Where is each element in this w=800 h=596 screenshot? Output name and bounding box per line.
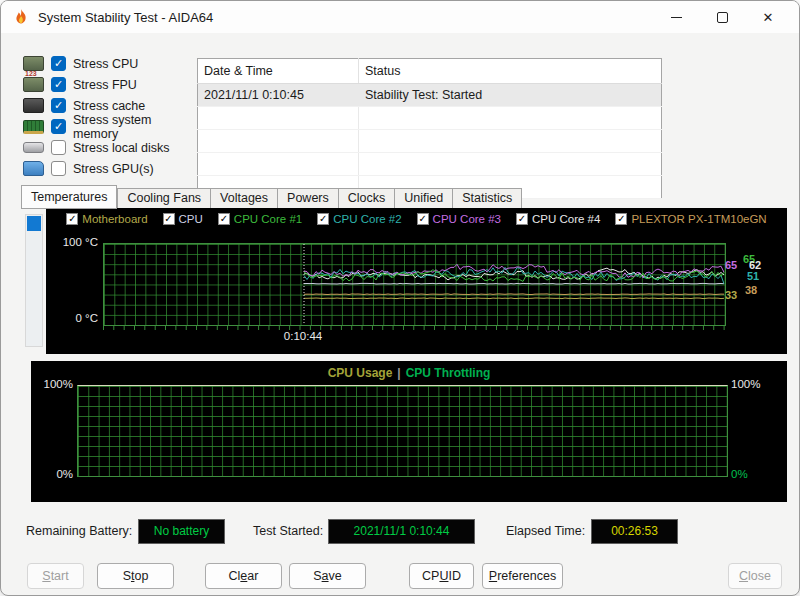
legend-item-cpu-core-1: ✓CPU Core #1 [218,213,302,225]
event-log-body: 2021/11/1 0:10:45Stability Test: Started [198,84,662,199]
value-label-65: 65 [725,260,737,271]
cell-empty [359,130,662,153]
usage-axis-min-label-left: 0% [31,468,73,480]
test-started-value: 2021/11/1 0:10:44 [328,519,475,544]
legend-checkbox-cpu[interactable]: ✓ [163,213,175,225]
tab-powers[interactable]: Powers [277,188,338,209]
temp-axis-ticks [103,326,726,330]
legend-label: CPU Core #2 [333,213,401,225]
trace-cpu-core-2 [304,267,724,283]
stress-option-label: Stress system memory [73,113,195,141]
checkbox-stress-system-memory[interactable]: ✓ [51,119,66,134]
stop-button[interactable]: Stop [97,563,174,589]
memory-icon [23,120,44,134]
event-log-table: Date & Time Status 2021/11/1 0:10:45Stab… [197,58,662,199]
legend-label: Motherboard [82,213,147,225]
preferences-button[interactable]: Preferences [482,563,563,589]
stress-option-label: Stress FPU [73,78,137,92]
legend-item-cpu-core-2: ✓CPU Core #2 [317,213,401,225]
chart-vertical-scrollbar[interactable] [25,214,43,347]
cpu-usage-chart-panel: CPU Usage|CPU Throttling 100% 0% 100% 0% [31,361,787,502]
temperature-chart-legend: ✓Motherboard✓CPU✓CPU Core #1✓CPU Core #2… [46,213,787,225]
stress-option-stress-cpu[interactable]: ✓Stress CPU [23,53,195,74]
usage-axis-max-label-right: 100% [731,378,773,390]
cell-empty [359,153,662,176]
stress-option-label: Stress local disks [73,141,170,155]
tab-unified[interactable]: Unified [394,188,452,209]
scrollbar-thumb[interactable] [27,216,41,231]
elapsed-time-label: Elapsed Time: [506,518,585,545]
column-header-status[interactable]: Status [359,59,662,84]
trace-plextor-px-1tm10egn [304,294,724,295]
cell-empty [198,153,359,176]
titlebar: System Stability Test - AIDA64 ✕ [1,1,799,33]
tab-clocks[interactable]: Clocks [338,188,395,209]
legend-item-motherboard: ✓Motherboard [66,213,147,225]
cell-datetime: 2021/11/1 0:10:45 [198,84,359,107]
legend-item-cpu: ✓CPU [163,213,203,225]
table-row-empty [198,153,662,176]
stress-options-list: ✓Stress CPU✓Stress FPU✓Stress cache✓Stre… [23,53,195,179]
tab-cooling-fans[interactable]: Cooling Fans [117,188,210,209]
legend-checkbox-motherboard[interactable]: ✓ [66,213,78,225]
cell-empty [359,107,662,130]
stress-option-label: Stress cache [73,99,145,113]
start-button[interactable]: Start [27,563,84,589]
trace-cpu [304,283,724,284]
column-header-date-time[interactable]: Date & Time [198,59,359,84]
cpu-usage-title: CPU Usage [328,366,393,380]
minimize-icon [671,17,682,18]
checkbox-stress-fpu[interactable]: ✓ [51,77,66,92]
legend-checkbox-cpu-core-3[interactable]: ✓ [417,213,429,225]
stress-option-stress-gpu-s[interactable]: Stress GPU(s) [23,158,195,179]
remaining-battery-value: No battery [138,519,225,544]
stress-option-stress-fpu[interactable]: ✓Stress FPU [23,74,195,95]
legend-checkbox-cpu-core-1[interactable]: ✓ [218,213,230,225]
button-row: StartStopClearSaveCPUIDPreferencesClose [1,563,799,591]
legend-label: CPU Core #4 [532,213,600,225]
close-button[interactable]: Close [728,563,782,589]
fpu-icon [23,77,44,92]
legend-label: CPU [179,213,203,225]
temp-axis-max-label: 100 °C [56,236,98,248]
usage-axis-min-label-right: 0% [731,468,773,480]
legend-checkbox-cpu-core-2[interactable]: ✓ [317,213,329,225]
checkbox-stress-local-disks[interactable] [51,140,66,155]
system-stability-test-window: System Stability Test - AIDA64 ✕ ✓Stress… [0,0,800,596]
temperature-plot [103,243,726,326]
table-row[interactable]: 2021/11/1 0:10:45Stability Test: Started [198,84,662,107]
elapsed-time-value: 00:26:53 [591,519,678,544]
title-separator: | [392,366,405,380]
minimize-button[interactable] [653,1,699,33]
trace-motherboard [304,298,724,299]
table-row-empty [198,107,662,130]
save-button[interactable]: Save [289,563,366,589]
cpu-icon [23,56,44,71]
maximize-button[interactable] [699,1,745,33]
checkbox-stress-cache[interactable]: ✓ [51,98,66,113]
stress-option-stress-system-memory[interactable]: ✓Stress system memory [23,116,195,137]
clear-button[interactable]: Clear [205,563,282,589]
legend-checkbox-cpu-core-4[interactable]: ✓ [516,213,528,225]
gpu-icon [23,161,44,176]
test-start-time-marker: 0:10:44 [268,330,338,342]
cpuid-button[interactable]: CPUID [409,563,474,589]
legend-label: CPU Core #1 [234,213,302,225]
tab-voltages[interactable]: Voltages [210,188,277,209]
status-bar: Remaining Battery: No battery Test Start… [1,518,799,545]
cell-empty [198,130,359,153]
legend-checkbox-plextor-px-1tm10egn[interactable]: ✓ [615,213,627,225]
table-row-empty [198,130,662,153]
legend-item-plextor-px-1tm10egn: ✓PLEXTOR PX-1TM10eGN [615,213,766,225]
window-controls: ✕ [653,1,791,33]
tab-statistics[interactable]: Statistics [452,188,522,209]
legend-label: CPU Core #3 [433,213,501,225]
checkbox-stress-cpu[interactable]: ✓ [51,56,66,71]
close-window-button[interactable]: ✕ [745,1,791,33]
checkbox-stress-gpu-s[interactable] [51,161,66,176]
tab-temperatures[interactable]: Temperatures [21,185,117,209]
stress-option-label: Stress CPU [73,57,138,71]
stress-option-stress-local-disks[interactable]: Stress local disks [23,137,195,158]
window-title: System Stability Test - AIDA64 [38,10,213,25]
cache-icon [23,98,44,113]
